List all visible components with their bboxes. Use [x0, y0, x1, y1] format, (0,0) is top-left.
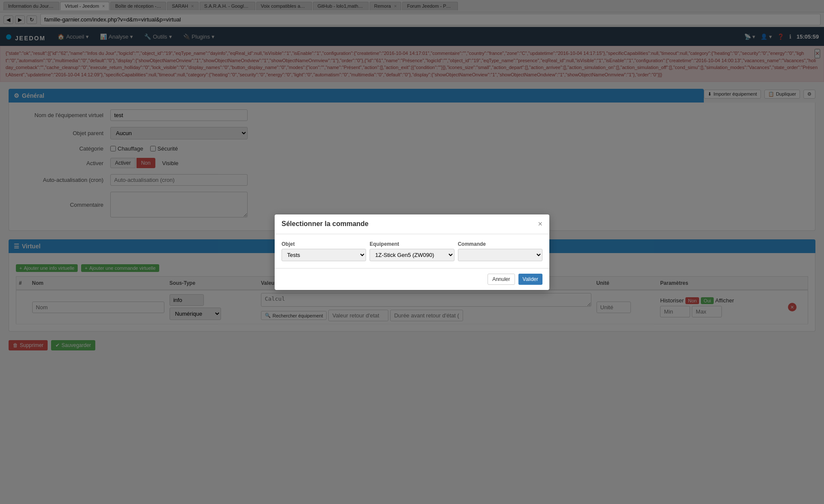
modal-commande-label: Commande: [458, 241, 542, 247]
modal-objet-select[interactable]: Tests: [282, 249, 366, 261]
modal-equipement-col: Equipement 1Z-Stick Gen5 (ZW090): [370, 241, 454, 261]
modal-body: Objet Tests Equipement 1Z-Stick Gen5 (ZW…: [275, 234, 549, 268]
modal-close-button[interactable]: ×: [538, 220, 542, 229]
modal-header: Sélectionner la commande ×: [275, 214, 549, 234]
modal-commande-select[interactable]: [458, 249, 542, 261]
annuler-button[interactable]: Annuler: [488, 274, 515, 285]
modal-footer: Annuler Valider: [275, 268, 549, 290]
modal-title: Sélectionner la commande: [282, 220, 369, 228]
valider-button[interactable]: Valider: [518, 274, 542, 285]
modal-commande-col: Commande: [458, 241, 542, 261]
modal-dialog: Sélectionner la commande × Objet Tests E…: [275, 214, 549, 290]
modal-equipement-select[interactable]: 1Z-Stick Gen5 (ZW090): [370, 249, 454, 261]
modal-columns: Objet Tests Equipement 1Z-Stick Gen5 (ZW…: [282, 241, 542, 261]
modal-equipement-label: Equipement: [370, 241, 454, 247]
modal-overlay[interactable]: Sélectionner la commande × Objet Tests E…: [0, 0, 824, 357]
modal-objet-col: Objet Tests: [282, 241, 366, 261]
modal-objet-label: Objet: [282, 241, 366, 247]
